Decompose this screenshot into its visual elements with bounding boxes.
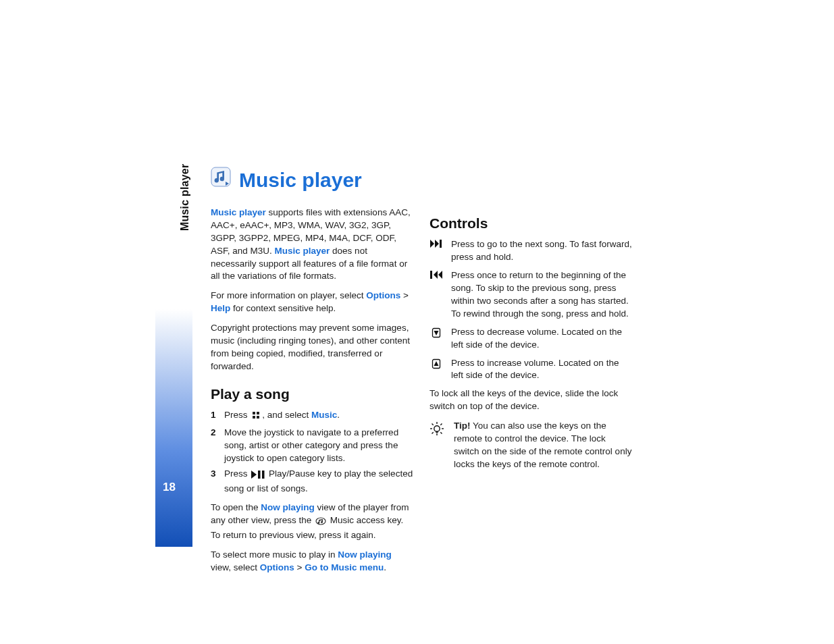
svg-rect-4 — [253, 416, 255, 419]
right-column: Controls Press to go to the next song. T… — [429, 203, 632, 581]
svg-rect-8 — [262, 471, 265, 479]
tip-label: Tip! — [454, 421, 471, 431]
svg-line-26 — [432, 424, 434, 425]
steps-list: 1 Press , and select Music. 2 Move the j… — [211, 409, 413, 495]
music-menu-link: Music — [311, 410, 337, 420]
control-prev: Press once to return to the beginning of… — [429, 269, 632, 321]
svg-marker-10 — [430, 240, 434, 248]
tip-lightbulb-icon — [429, 420, 444, 440]
side-section-label: Music player — [178, 164, 192, 231]
svg-rect-12 — [440, 240, 442, 248]
music-player-link-1: Music player — [211, 207, 266, 217]
svg-marker-17 — [434, 331, 439, 336]
tip-block: Tip! You can also use the keys on the re… — [429, 420, 632, 471]
prev-track-icon — [429, 269, 443, 279]
now-playing-link-1: Now playing — [261, 502, 315, 512]
svg-rect-13 — [430, 271, 432, 279]
next-track-icon — [429, 238, 443, 248]
intro-paragraph-2: For more information on player, select O… — [211, 290, 413, 315]
step-3: 3 Press Play/Pause key to play the selec… — [211, 468, 413, 495]
step-3-text: Press Play/Pause key to play the selecte… — [224, 468, 413, 495]
page-number: 18 — [163, 479, 176, 495]
content-columns: Music player supports files with extensi… — [211, 203, 648, 581]
step-2-text: Move the joystick to navigate to a prefe… — [224, 427, 413, 465]
svg-rect-2 — [253, 412, 255, 414]
menu-key-icon — [251, 410, 261, 424]
controls-heading: Controls — [429, 213, 632, 233]
options-link: Options — [366, 290, 400, 300]
now-playing-paragraph: To open the Now playing view of the play… — [211, 502, 413, 542]
svg-marker-6 — [251, 471, 257, 479]
svg-rect-7 — [258, 471, 261, 479]
svg-line-28 — [440, 424, 442, 425]
volume-down-icon — [429, 326, 443, 338]
control-vol-down-text: Press to decrease volume. Located on the… — [451, 326, 632, 352]
svg-point-20 — [434, 426, 440, 431]
music-access-key-icon — [315, 516, 326, 529]
volume-up-icon — [429, 357, 443, 369]
copyright-paragraph: Copyright protections may prevent some i… — [211, 322, 413, 373]
left-column: Music player supports files with extensi… — [211, 203, 413, 581]
svg-rect-21 — [436, 431, 438, 433]
play-a-song-heading: Play a song — [211, 384, 413, 404]
intro-paragraph-1: Music player supports files with extensi… — [211, 207, 413, 283]
help-link: Help — [211, 303, 230, 313]
svg-point-9 — [316, 518, 325, 525]
svg-rect-3 — [257, 412, 259, 414]
page-title: Music player — [211, 166, 362, 194]
control-vol-up-text: Press to increase volume. Located on the… — [451, 357, 632, 383]
svg-marker-19 — [434, 361, 439, 366]
now-playing-link-2: Now playing — [338, 549, 392, 560]
control-next-text: Press to go to the next song. To fast fo… — [451, 238, 632, 264]
tip-text: Tip! You can also use the keys on the re… — [454, 420, 632, 471]
control-vol-down: Press to decrease volume. Located on the… — [429, 326, 632, 352]
go-to-music-menu-link: Go to Music menu — [305, 562, 384, 572]
step-2: 2 Move the joystick to navigate to a pre… — [211, 427, 413, 465]
music-player-link-2: Music player — [275, 246, 330, 256]
control-prev-text: Press once to return to the beginning of… — [451, 269, 632, 321]
play-pause-icon — [251, 470, 265, 483]
lock-paragraph: To lock all the keys of the device, slid… — [429, 387, 632, 413]
music-note-icon — [211, 166, 231, 194]
options-link-2: Options — [260, 562, 294, 572]
svg-line-29 — [432, 432, 434, 433]
svg-marker-15 — [438, 271, 442, 279]
step-1: 1 Press , and select Music. — [211, 409, 413, 424]
control-vol-up: Press to increase volume. Located on the… — [429, 357, 632, 383]
controls-list: Press to go to the next song. To fast fo… — [429, 238, 632, 382]
control-next: Press to go to the next song. To fast fo… — [429, 238, 632, 264]
svg-marker-11 — [435, 240, 439, 248]
svg-line-27 — [440, 432, 442, 433]
svg-rect-5 — [257, 416, 259, 419]
step-1-text: Press , and select Music. — [224, 409, 340, 424]
select-more-paragraph: To select more music to play in Now play… — [211, 549, 413, 574]
page-title-text: Music player — [239, 166, 362, 194]
svg-marker-14 — [434, 271, 438, 279]
